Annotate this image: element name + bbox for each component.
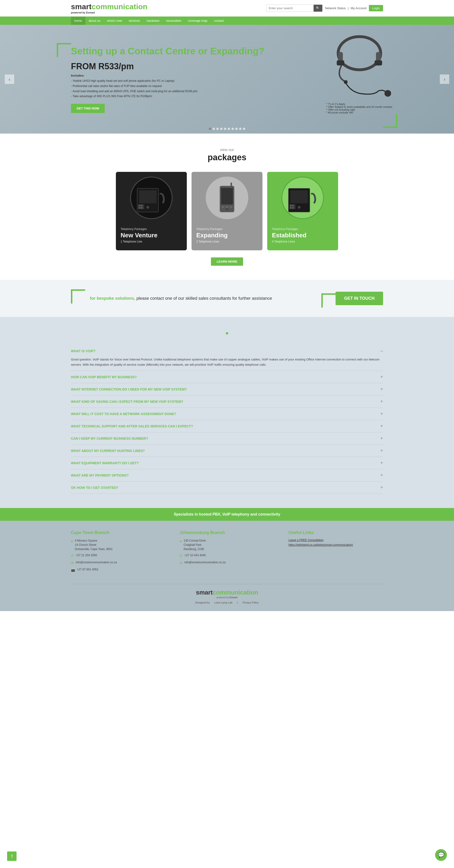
nav-hardware[interactable]: hardware [143,17,163,25]
hero-cta-button[interactable]: GET THIS NOW [71,104,105,113]
package-expanding[interactable]: Telephony Packages Expanding 2 Telephone… [191,172,263,250]
package-lines-2: 2 Telephone Lines [196,240,258,243]
faq-question-2[interactable]: HOW CAN VOIP BENEFIT MY BUSINESS? + [71,371,383,383]
svg-rect-19 [226,206,228,208]
package-established[interactable]: Telephony Packages Established 4 Telepho… [267,172,338,250]
hero-dot-7[interactable] [232,128,234,130]
header-links: Network Status | My Account [325,6,366,10]
designed-by-label: Designed by [195,601,210,604]
nav-whats-new[interactable]: what's new [103,17,125,25]
faq-answer-1: Good question. VoIP stands for Voice ove… [71,357,383,371]
phone-svg-2 [208,179,246,217]
bespoke-bracket-left [71,289,85,305]
main-nav: home about us what's new services hardwa… [0,17,454,25]
svg-rect-16 [221,188,233,205]
svg-rect-28 [290,207,292,209]
nav-coverage-map[interactable]: coverage map [185,17,211,25]
svg-rect-4 [374,60,382,65]
hero-dot-6[interactable] [228,128,230,130]
useful-link-2[interactable]: https://whirlwind.co.za/listing/smart-co… [289,543,383,547]
hero-dot-1[interactable] [209,128,211,130]
footer-ul-title: Useful Links [289,530,383,535]
faq-item-2: HOW CAN VOIP BENEFIT MY BUSINESS? + [71,371,383,383]
email-icon-ct: ✉ [71,560,74,565]
logo: smartcommunication powered by Esmart [71,2,148,14]
package-new-venture[interactable]: Telephony Packages New Venture 1 Telepho… [116,172,187,250]
faq-item-7: CAN I KEEP MY CURRENT BUSINESS NUMBER? + [71,432,383,445]
faq-question-6[interactable]: WHAT TECHNICAL SUPPORT AND AFTER SALES S… [71,420,383,432]
nav-necessities[interactable]: necessities [163,17,184,25]
footer-jb-address: ● 130 Conrad Drive Craighall Park Randbu… [180,538,274,551]
search-button[interactable]: 🔍 [313,5,322,11]
fax-icon-ct: 📠 [71,567,75,572]
footer-ct-address: ● 4 Monaco Square 14 Church Street Durba… [71,538,165,551]
faq-toggle-6: + [380,423,383,429]
faq-toggle-3: + [380,386,383,392]
faq-toggle-8: + [380,448,383,454]
faq-item-8: WHAT ABOUT MY CURRENT HUNTING LINES? + [71,445,383,457]
packages-grid: Telephony Packages New Venture 1 Telepho… [71,172,383,250]
privacy-policy-link[interactable]: Privacy Policy [243,601,259,604]
my-account-link[interactable]: My Account [351,6,366,10]
hero-dot-9[interactable] [239,128,241,130]
package-name-3: Established [272,231,333,239]
faq-question-10[interactable]: WHAT ARE MY PAYMENT OPTIONS? + [71,469,383,481]
svg-rect-21 [231,183,232,188]
footer-logo-sub: powered by Esmart [71,596,383,599]
bespoke-text: for bespoke solutions, please contact on… [90,295,316,302]
faq-item-6: WHAT TECHNICAL SUPPORT AND AFTER SALES S… [71,420,383,432]
hero-dot-8[interactable] [235,128,238,130]
hero-dot-5[interactable] [224,128,226,130]
hero-dot-2[interactable] [213,128,215,130]
faq-dot-container [71,331,383,335]
hero-dot-4[interactable] [220,128,222,130]
faq-question-8[interactable]: WHAT ABOUT MY CURRENT HUNTING LINES? + [71,445,383,457]
faq-question-11[interactable]: OK HOW TO I GET STARTED? + [71,482,383,494]
hero-prev-arrow[interactable]: ‹ [5,74,14,84]
faq-toggle-4: + [380,399,383,404]
login-button[interactable]: Login [369,5,383,11]
nav-services[interactable]: services [125,17,143,25]
nav-contact[interactable]: contact [211,17,227,25]
faq-question-text-9: WHAT EQUIPMENT WARRANTY DO I GET? [71,461,139,465]
hero-dot-3[interactable] [216,128,219,130]
nav-about-us[interactable]: about us [85,17,104,25]
faq-question-text-1: WHAT IS VOIP? [71,349,95,353]
faq-question-5[interactable]: WHAT WILL IT COST TO HAVE A NETWORK ASSE… [71,408,383,420]
svg-rect-8 [139,190,156,203]
faq-item-10: WHAT ARE MY PAYMENT OPTIONS? + [71,469,383,482]
faq-question-3[interactable]: WHAT INTERNET CONNECTION DO I NEED FOR M… [71,383,383,395]
location-icon: ● [71,539,73,544]
footer-cape-town: Cape Town Branch ● 4 Monaco Square 14 Ch… [71,530,165,575]
phone-svg-1 [132,179,170,217]
header: smartcommunication powered by Esmart 🔍 N… [0,0,454,17]
search-input[interactable] [266,5,313,11]
faq-item-3: WHAT INTERNET CONNECTION DO I NEED FOR M… [71,383,383,396]
faq-item-9: WHAT EQUIPMENT WARRANTY DO I GET? + [71,457,383,469]
network-status-link[interactable]: Network Status [325,6,346,10]
designed-by-link[interactable]: Lava Lamp Lab [214,601,233,604]
hero-title: Setting up a Contact Centre or Expanding… [71,45,264,57]
useful-link-1[interactable]: Leave a FREE Consultation [289,538,383,542]
footer-logo: smartcommunication [71,589,383,596]
faq-question-7[interactable]: CAN I KEEP MY CURRENT BUSINESS NUMBER? + [71,432,383,444]
faq-question-1[interactable]: WHAT IS VOIP? – [71,345,383,357]
svg-rect-14 [141,207,143,209]
footer-banner-text: Specialists in hosted PBX, VoIP telephon… [174,512,280,516]
phone-icon-ct: ✆ [71,553,74,558]
faq-toggle-10: + [380,472,383,478]
nav-home[interactable]: home [71,17,85,25]
footer-useful-links: Useful Links Leave a FREE Consultation h… [289,530,383,575]
package-lines-3: 4 Telephone Lines [272,240,333,243]
faq-question-9[interactable]: WHAT EQUIPMENT WARRANTY DO I GET? + [71,457,383,469]
learn-more-button[interactable]: LEARN MORE [211,257,243,266]
svg-rect-29 [292,207,294,209]
faq-question-4[interactable]: WHAT KIND OF SAVING CAN I EXPECT FROM MY… [71,396,383,407]
phone-svg-3 [284,179,322,217]
package-type-1: Telephony Packages [121,227,182,231]
get-in-touch-button[interactable]: GET IN TOUCH [336,292,383,305]
faq-item-1: WHAT IS VOIP? – Good question. VoIP stan… [71,345,383,371]
hero-next-arrow[interactable]: › [440,74,449,84]
svg-rect-18 [222,206,224,208]
hero-dot-10[interactable] [243,128,245,130]
